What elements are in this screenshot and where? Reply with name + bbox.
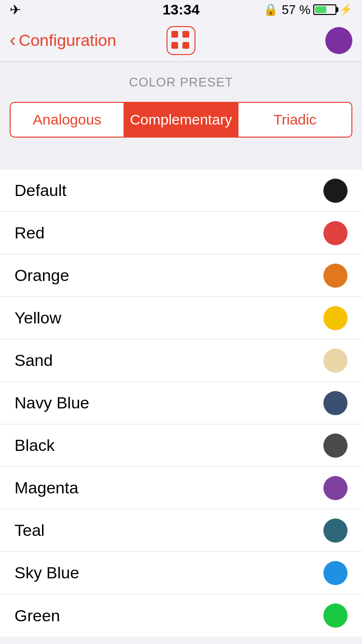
list-item[interactable]: Teal [0,509,362,552]
battery-percentage: 57 % [282,2,310,17]
color-circle [323,391,348,415]
back-button[interactable]: ‹ Configuration [10,30,116,51]
app-icon-dot [182,42,189,49]
tab-analogous[interactable]: Analogous [11,103,124,137]
color-circle [323,179,348,203]
status-left: ✈ [10,2,21,18]
list-item[interactable]: Yellow [0,297,362,339]
nav-bar: ‹ Configuration [0,19,362,62]
color-circle [323,434,348,458]
app-icon-dot [171,31,178,38]
list-item[interactable]: Sand [0,339,362,382]
list-item[interactable]: Green [0,594,362,637]
color-circle [323,518,348,543]
section-header: COLOR PRESET [0,62,362,95]
color-circle [323,349,348,373]
list-item[interactable]: Black [0,424,362,467]
status-right: 🔒 57 % ⚡ [264,2,352,17]
color-item-label: Green [14,606,60,625]
app-icon-dot [182,31,189,38]
back-chevron-icon: ‹ [10,30,16,51]
color-circle [323,476,348,500]
list-item[interactable]: Default [0,169,362,212]
list-item[interactable]: Orange [0,254,362,297]
list-item[interactable]: Navy Blue [0,382,362,424]
color-item-label: Orange [14,266,69,285]
nav-center [167,26,195,55]
back-label: Configuration [19,31,116,50]
color-item-label: Teal [14,521,44,540]
color-item-label: Default [14,181,67,200]
color-circle [323,306,348,330]
color-circle [323,603,348,628]
color-item-label: Red [14,224,44,242]
color-item-label: Navy Blue [14,393,89,412]
segmented-wrapper: Analogous Complementary Triadic [0,95,362,145]
nav-right-avatar[interactable] [325,27,352,54]
list-item[interactable]: Sky Blue [0,552,362,594]
battery-icon [313,4,336,15]
segmented-control: Analogous Complementary Triadic [10,102,352,138]
airplane-icon: ✈ [10,2,21,18]
tab-triadic[interactable]: Triadic [238,103,351,137]
list-item[interactable]: Red [0,212,362,254]
color-circle [323,561,348,585]
color-circle [323,221,348,245]
status-time: 13:34 [163,1,200,18]
tab-complementary[interactable]: Complementary [125,103,237,137]
app-icon-dot [171,42,178,49]
status-bar: ✈ 13:34 🔒 57 % ⚡ [0,0,362,19]
color-item-label: Magenta [14,478,78,497]
lightning-icon: ⚡ [339,3,352,16]
section-header-text: COLOR PRESET [129,75,233,89]
gray-spacer [0,145,362,169]
color-circle [323,264,348,288]
color-list: DefaultRedOrangeYellowSandNavy BlueBlack… [0,169,362,637]
color-item-label: Sky Blue [14,563,79,582]
battery-container: 57 % ⚡ [282,2,352,17]
color-item-label: Black [14,436,55,455]
lock-icon: 🔒 [264,3,278,16]
list-item[interactable]: Magenta [0,467,362,509]
app-icon [167,26,195,55]
color-item-label: Sand [14,351,53,370]
color-item-label: Yellow [14,308,61,327]
battery-fill [315,6,326,13]
